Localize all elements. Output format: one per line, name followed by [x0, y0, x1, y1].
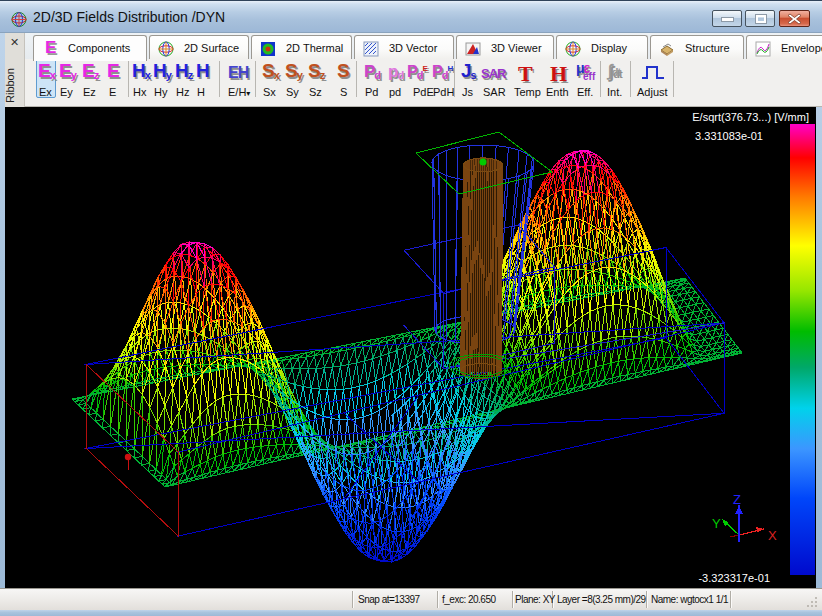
svg-text:Y: Y	[712, 516, 721, 531]
svg-text:X: X	[768, 528, 777, 543]
svg-text:Z: Z	[733, 492, 741, 507]
